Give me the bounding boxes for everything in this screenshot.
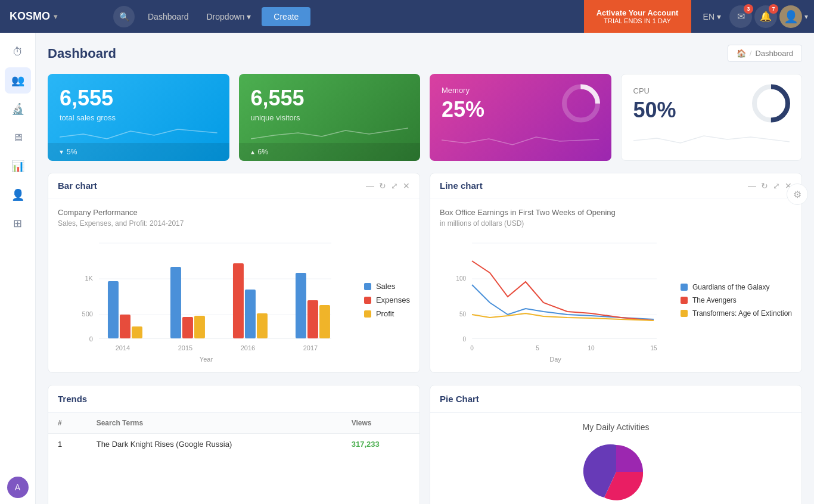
mail-button[interactable]: ✉ 3 [729, 5, 752, 28]
svg-text:0: 0 [89, 335, 93, 343]
sidebar-item-user[interactable]: 👤 [5, 182, 31, 208]
search-button[interactable]: 🔍 [113, 6, 135, 27]
legend-profit-label: Profit [376, 309, 394, 318]
mail-icon: ✉ [737, 11, 745, 22]
bar-minimize-button[interactable]: — [366, 181, 374, 191]
legend-expenses-label: Expenses [376, 295, 410, 304]
pie-chart-title: Pie Chart [440, 394, 479, 404]
lang-chevron-icon: ▾ [717, 12, 721, 21]
sales-value: 6,555 [60, 86, 218, 111]
bar-chart-subtitle: Company Performance [58, 208, 410, 217]
create-button[interactable]: Create [262, 7, 310, 26]
brand-chevron-icon: ▾ [54, 13, 57, 21]
cpu-donut [750, 83, 792, 126]
svg-text:1K: 1K [85, 275, 93, 282]
line-chart-body: Box Office Earnings in First Two Weeks o… [430, 198, 801, 372]
svg-text:10: 10 [588, 345, 595, 351]
nav-dropdown[interactable]: Dropdown ▾ [198, 7, 260, 26]
memory-donut [560, 83, 602, 126]
user-menu-button[interactable]: 👤 [779, 5, 802, 28]
svg-rect-15 [182, 317, 193, 338]
legend-guardians-label: Guardians of the Galaxy [692, 283, 769, 291]
sidebar-item-clock[interactable]: ⏱ [5, 39, 31, 65]
svg-text:5: 5 [536, 345, 539, 351]
sales-arrow-icon: ▾ [60, 148, 63, 156]
sales-pct: 5% [67, 148, 77, 156]
nav-dashboard[interactable]: Dashboard [139, 7, 197, 26]
visitors-footer: ▴ 6% [239, 143, 421, 161]
sales-footer: ▾ 5% [48, 143, 229, 161]
bar-chart-svg: 0 500 1K [58, 237, 355, 356]
svg-rect-19 [257, 313, 268, 338]
settings-button[interactable]: ⚙ [787, 183, 808, 205]
legend-sales-dot [364, 283, 371, 290]
user-chevron-icon: ▾ [804, 13, 808, 21]
visitors-arrow-icon: ▴ [251, 148, 254, 156]
activate-subtitle: TRIAL ENDS IN 1 DAY [604, 17, 670, 24]
bell-badge: 7 [769, 4, 778, 14]
legend-profit-dot [364, 310, 371, 318]
sidebar-item-monitor[interactable]: 🖥 [5, 125, 31, 151]
trends-panel: Trends # Search Terms Views 1 The Dark K… [48, 385, 420, 504]
search-icon: 🔍 [119, 12, 129, 21]
line-minimize-button[interactable]: — [748, 181, 756, 191]
sidebar-item-grid[interactable]: ⊞ [5, 210, 31, 237]
line-chart-content: 0 50 100 0 5 10 15 [440, 237, 792, 363]
svg-rect-21 [307, 300, 318, 338]
bar-refresh-button[interactable]: ↻ [379, 181, 386, 191]
bar-expand-button[interactable]: ⤢ [391, 181, 398, 191]
stat-card-memory: Memory 25% [430, 74, 611, 161]
language-selector[interactable]: EN ▾ [697, 8, 727, 25]
col-term: Search Terms [87, 413, 342, 434]
bar-x-axis-label: Year [58, 356, 355, 363]
brand-name: KOSMO [10, 10, 50, 23]
activate-button[interactable]: Activate Your Account TRIAL ENDS IN 1 DA… [584, 0, 691, 33]
sidebar-item-chart[interactable]: 📊 [5, 153, 31, 179]
activate-title: Activate Your Account [596, 8, 679, 17]
visitors-pct: 6% [258, 148, 268, 156]
bar-chart-header: Bar chart — ↻ ⤢ ✕ [48, 173, 420, 198]
svg-text:0: 0 [462, 336, 466, 343]
legend-transformers-dot [681, 310, 688, 317]
line-chart-legend: Guardians of the Galaxy The Avengers Tra… [681, 237, 792, 363]
monitor-icon: 🖥 [13, 132, 23, 144]
svg-rect-14 [170, 267, 181, 338]
line-chart-actions: — ↻ ⤢ ✕ [748, 181, 792, 191]
bar-chart-body: Company Performance Sales, Expenses, and… [48, 198, 420, 372]
pie-chart-header: Pie Chart [430, 385, 801, 413]
line-refresh-button[interactable]: ↻ [761, 181, 768, 191]
svg-text:15: 15 [650, 345, 657, 351]
svg-text:500: 500 [82, 310, 93, 318]
gear-icon: ⚙ [793, 189, 801, 200]
visitors-value: 6,555 [251, 86, 409, 111]
svg-rect-13 [132, 326, 142, 338]
nav-links: Dashboard Dropdown ▾ [139, 7, 259, 26]
pie-chart-subtitle: My Daily Activities [582, 422, 649, 432]
bar-chart-area: 0 500 1K [58, 237, 355, 363]
visitors-sparkline [251, 122, 409, 143]
trends-title: Trends [58, 394, 87, 404]
sidebar-avatar[interactable]: A [7, 477, 29, 498]
sidebar-item-users[interactable]: 👥 [5, 67, 31, 94]
bar-close-button[interactable]: ✕ [403, 181, 410, 191]
trends-table: # Search Terms Views 1 The Dark Knight R… [48, 413, 420, 455]
home-icon[interactable]: 🏠 [737, 49, 746, 58]
stat-cards: 6,555 total sales gross ▾ 5% 6,555 uniqu… [48, 74, 802, 161]
page-title: Dashboard [48, 46, 116, 61]
notifications-button[interactable]: 🔔 7 [754, 5, 777, 28]
top-right-actions: EN ▾ ✉ 3 🔔 7 👤 ▾ [691, 5, 814, 28]
sidebar-item-lab[interactable]: 🔬 [5, 96, 31, 122]
legend-expenses: Expenses [364, 295, 410, 304]
svg-rect-18 [245, 290, 256, 338]
clock-icon: ⏱ [13, 46, 23, 58]
brand-logo[interactable]: KOSMO ▾ [0, 10, 113, 23]
col-num: # [48, 413, 87, 434]
legend-sales: Sales [364, 282, 410, 291]
svg-text:2015: 2015 [178, 344, 192, 351]
lab-icon: 🔬 [11, 102, 24, 116]
line-expand-button[interactable]: ⤢ [773, 181, 780, 191]
svg-rect-20 [296, 273, 306, 338]
chart-row: Bar chart — ↻ ⤢ ✕ Company Performance Sa… [48, 173, 802, 373]
users-icon: 👥 [11, 74, 24, 87]
stat-card-visitors: 6,555 unique visitors ▴ 6% [239, 74, 421, 161]
